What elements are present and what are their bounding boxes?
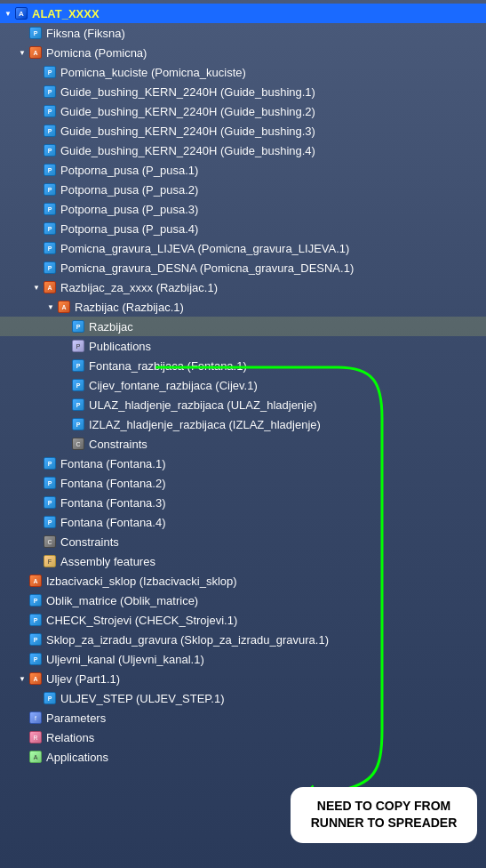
part-icon-4: P xyxy=(43,84,57,99)
tree-item-label-6: Guide_bushing_KERN_2240H (Guide_bushing.… xyxy=(60,125,315,138)
expand-icon-26 xyxy=(32,518,41,526)
tree-item-6[interactable]: PGuide_bushing_KERN_2240H (Guide_bushing… xyxy=(0,121,486,141)
tree-item-9[interactable]: PPotporna_pusa (P_pusa.2) xyxy=(0,180,486,199)
expand-icon-21 xyxy=(60,420,69,429)
expand-icon-7 xyxy=(32,146,41,155)
constraints-icon-22: C xyxy=(71,437,85,451)
tree-item-12[interactable]: PPomicna_gravura_LIJEVA (Pomicna_gravura… xyxy=(0,238,486,258)
part-icon-7: P xyxy=(43,143,57,157)
tree-item-25[interactable]: PFontana (Fontana.3) xyxy=(0,493,486,512)
part-icon-31: P xyxy=(28,613,43,627)
product-icon-0: A xyxy=(14,6,28,20)
tree-item-label-9: Potporna_pusa (P_pusa.2) xyxy=(60,183,198,197)
expand-icon-16 xyxy=(60,322,69,331)
tree-item-0[interactable]: ▼AALAT_XXXX xyxy=(0,4,486,23)
tree-item-15[interactable]: ▼ARazbijac (Razbijac.1) xyxy=(0,297,486,317)
tree-item-26[interactable]: PFontana (Fontana.4) xyxy=(0,512,486,532)
expand-icon-33 xyxy=(18,655,27,663)
tree-item-label-31: CHECK_Strojevi (CHECK_Strojevi.1) xyxy=(46,614,237,627)
part-icon-35: P xyxy=(43,691,57,705)
part-icon-13: P xyxy=(43,261,57,275)
expand-icon-8 xyxy=(32,165,41,174)
expand-icon-35 xyxy=(32,694,41,703)
tree-item-3[interactable]: PPomicna_kuciste (Pomicna_kuciste) xyxy=(0,62,486,82)
part-icon-33: P xyxy=(28,652,43,666)
tree-item-17[interactable]: PPublications xyxy=(0,336,486,356)
part-icon-25: P xyxy=(43,495,57,510)
tree-item-label-29: Izbacivacki_sklop (Izbacivacki_sklop) xyxy=(46,575,237,588)
part-icon-30: P xyxy=(28,593,43,607)
part-icon-20: P xyxy=(71,398,85,412)
tree-item-18[interactable]: PFontana_razbijaca (Fontana.1) xyxy=(0,356,486,375)
tree-item-8[interactable]: PPotporna_pusa (P_pusa.1) xyxy=(0,160,486,180)
tree-item-38[interactable]: AApplications xyxy=(0,747,486,767)
tree-item-2[interactable]: ▼APomicna (Pomicna) xyxy=(0,43,486,62)
tree-item-19[interactable]: PCijev_fontane_razbijaca (Cijev.1) xyxy=(0,375,486,395)
tree-item-28[interactable]: FAssembly features xyxy=(0,551,486,571)
tree-item-label-22: Constraints xyxy=(89,438,147,451)
part-icon-26: P xyxy=(43,515,57,529)
expand-icon-25 xyxy=(32,498,41,507)
expand-icon-14[interactable]: ▼ xyxy=(32,283,41,292)
tree-item-label-34: Uljev (Part1.1) xyxy=(46,672,120,686)
tree-item-29[interactable]: AIzbacivacki_sklop (Izbacivacki_sklop) xyxy=(0,571,486,591)
tree-item-31[interactable]: PCHECK_Strojevi (CHECK_Strojevi.1) xyxy=(0,610,486,630)
tree-item-label-20: ULAZ_hladjenje_razbijaca (ULAZ_hladjenje… xyxy=(89,398,317,412)
tree-item-21[interactable]: PIZLAZ_hladjenje_razbijaca (IZLAZ_hladje… xyxy=(0,414,486,434)
tree-item-5[interactable]: PGuide_bushing_KERN_2240H (Guide_bushing… xyxy=(0,101,486,121)
expand-icon-30 xyxy=(18,596,27,605)
tree-item-label-10: Potporna_pusa (P_pusa.3) xyxy=(60,203,198,216)
tree-item-27[interactable]: CConstraints xyxy=(0,532,486,551)
tree-item-34[interactable]: ▼AUljev (Part1.1) xyxy=(0,669,486,688)
part-icon-19: P xyxy=(71,378,85,392)
tree-item-label-27: Constraints xyxy=(60,535,119,549)
tree-item-7[interactable]: PGuide_bushing_KERN_2240H (Guide_bushing… xyxy=(0,141,486,160)
tree-item-33[interactable]: PUljevni_kanal (Uljevni_kanal.1) xyxy=(0,649,486,669)
expand-icon-37 xyxy=(18,733,27,742)
tree-item-label-24: Fontana (Fontana.2) xyxy=(60,477,166,490)
expand-icon-10 xyxy=(32,205,41,213)
tree-item-32[interactable]: PSklop_za_izradu_gravura (Sklop_za_izrad… xyxy=(0,630,486,649)
tree-item-label-12: Pomicna_gravura_LIJEVA (Pomicna_gravura_… xyxy=(60,242,349,255)
tree-item-4[interactable]: PGuide_bushing_KERN_2240H (Guide_bushing… xyxy=(0,82,486,101)
relations-icon-37: R xyxy=(28,730,43,744)
tree-item-1[interactable]: PFiksna (Fiksna) xyxy=(0,23,486,43)
tree-item-22[interactable]: CConstraints xyxy=(0,434,486,454)
tree-item-11[interactable]: PPotporna_pusa (P_pusa.4) xyxy=(0,219,486,238)
assembly-icon-34: A xyxy=(28,671,43,686)
assembly-icon-14: A xyxy=(43,280,57,294)
tree-item-20[interactable]: PULAZ_hladjenje_razbijaca (ULAZ_hladjenj… xyxy=(0,395,486,414)
tree-item-14[interactable]: ▼ARazbijac_za_xxxx (Razbijac.1) xyxy=(0,277,486,297)
tree-item-13[interactable]: PPomicna_gravura_DESNA (Pomicna_gravura_… xyxy=(0,258,486,277)
expand-icon-6 xyxy=(32,126,41,135)
expand-icon-11 xyxy=(32,224,41,233)
tree-item-23[interactable]: PFontana (Fontana.1) xyxy=(0,454,486,473)
part-icon-24: P xyxy=(43,476,57,490)
expand-icon-0[interactable]: ▼ xyxy=(4,9,12,18)
app-icon-38: A xyxy=(28,750,43,764)
part-icon-23: P xyxy=(43,456,57,470)
tree-item-label-18: Fontana_razbijaca (Fontana.1) xyxy=(89,359,247,373)
tree-item-37[interactable]: RRelations xyxy=(0,727,486,747)
annotation-text: NEED TO COPY FROM RUNNER TO SPREADER xyxy=(311,799,458,831)
part-icon-1: P xyxy=(28,26,43,40)
part-icon-11: P xyxy=(43,221,57,236)
tree-item-36[interactable]: fParameters xyxy=(0,708,486,727)
tree-item-35[interactable]: PULJEV_STEP (ULJEV_STEP.1) xyxy=(0,688,486,708)
tree-item-16[interactable]: PRazbijac xyxy=(0,317,486,336)
tree-item-label-23: Fontana (Fontana.1) xyxy=(60,457,166,470)
tree-item-label-25: Fontana (Fontana.3) xyxy=(60,496,166,510)
part-icon-10: P xyxy=(43,202,57,216)
expand-icon-2[interactable]: ▼ xyxy=(18,48,27,57)
expand-icon-15[interactable]: ▼ xyxy=(46,302,55,311)
expand-icon-9 xyxy=(32,185,41,194)
expand-icon-20 xyxy=(60,400,69,409)
expand-icon-34[interactable]: ▼ xyxy=(18,674,27,683)
part-icon-12: P xyxy=(43,241,57,255)
tree-item-24[interactable]: PFontana (Fontana.2) xyxy=(0,473,486,493)
tree-item-10[interactable]: PPotporna_pusa (P_pusa.3) xyxy=(0,199,486,219)
part-icon-16: P xyxy=(71,319,85,334)
tree-item-label-0: ALAT_XXXX xyxy=(32,7,100,20)
tree-item-30[interactable]: POblik_matrice (Oblik_matrice) xyxy=(0,591,486,610)
part-icon-21: P xyxy=(71,417,85,431)
